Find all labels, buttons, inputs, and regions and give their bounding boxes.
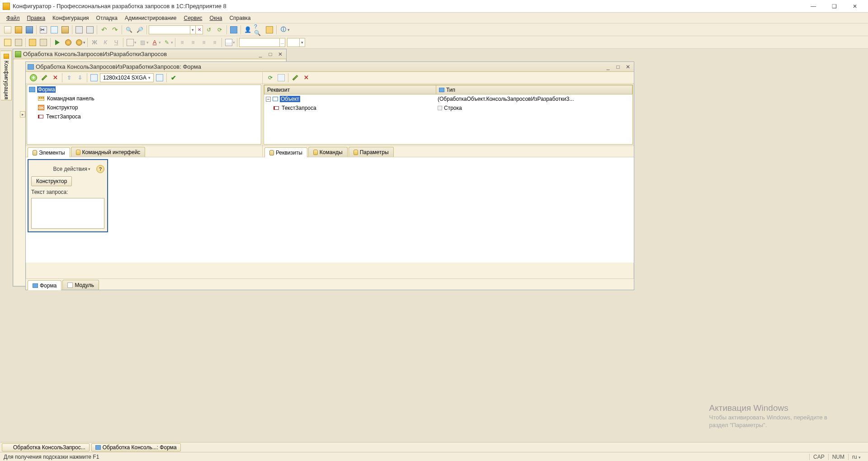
refresh-all-icon[interactable]: ⟳	[215, 25, 225, 35]
side-tab-configuration[interactable]: Конфигурация	[1, 51, 12, 100]
tab-module[interactable]: Модуль	[62, 280, 99, 290]
inner-close-button[interactable]: ✕	[624, 63, 632, 71]
add-element-button[interactable]	[28, 73, 38, 83]
open-button[interactable]	[14, 25, 24, 35]
menu-file[interactable]: Файл	[4, 14, 23, 22]
font-select[interactable]	[239, 38, 280, 47]
tree-node-constructor[interactable]: OK Конструктор	[27, 103, 261, 112]
highlight-button[interactable]: ✎	[162, 38, 172, 47]
run-globe1-icon[interactable]	[63, 38, 73, 47]
tree-node-form[interactable]: Форма	[27, 85, 261, 94]
cut-button[interactable]: ✂	[38, 25, 48, 35]
maximize-button[interactable]: ❏	[824, 0, 844, 13]
underline-button[interactable]: Ч	[111, 38, 121, 47]
paste-button[interactable]	[60, 25, 70, 35]
resolution-select[interactable]: 1280x1024 SXGA ▾	[100, 73, 154, 82]
inner-minimize-button[interactable]: _	[604, 63, 612, 71]
attr-row-object[interactable]: Объект (ОбработкаОбъект.КонсольЗапросовИ…	[264, 94, 632, 103]
run-dropdown-icon[interactable]: ▾	[83, 40, 85, 45]
search-dropdown[interactable]: ▾	[190, 25, 196, 34]
outer-close-button[interactable]: ✕	[276, 51, 284, 58]
table-button[interactable]	[224, 38, 234, 47]
undo-button[interactable]: ↶	[99, 25, 109, 35]
menu-help[interactable]: Справка	[226, 14, 253, 22]
run-globe2-icon[interactable]	[74, 38, 84, 47]
menu-edit[interactable]: Правка	[24, 14, 48, 22]
status-lang[interactable]: ru ▾	[848, 454, 864, 460]
find-next-button[interactable]: 🔎	[135, 25, 145, 35]
task-item-form[interactable]: Обработка Консоль...: Форма	[91, 443, 181, 452]
move-up-button[interactable]: ⇧	[64, 73, 74, 83]
tree-node-textquery[interactable]: ТекстЗапроса	[27, 112, 261, 121]
new-button[interactable]	[3, 25, 13, 35]
border-dd-icon[interactable]: ▾	[134, 40, 137, 45]
fill-button[interactable]: ▨	[137, 38, 147, 47]
print-button[interactable]	[74, 25, 84, 35]
tree-node-command-panel[interactable]: Командная панель	[27, 94, 261, 103]
tab-requisites[interactable]: Реквизиты	[264, 147, 307, 157]
search-clear[interactable]: ✕	[196, 25, 203, 34]
tab-parameters[interactable]: Параметры	[349, 147, 394, 157]
refresh-icon[interactable]: ↺	[204, 25, 214, 35]
delete-element-button[interactable]: ✕	[50, 73, 60, 83]
edit-attr-button[interactable]	[290, 73, 300, 83]
font-color-button[interactable]: А	[150, 38, 160, 47]
help-icon[interactable]: ?	[96, 165, 104, 173]
tab-form[interactable]: Форма	[28, 280, 61, 290]
hl-dd-icon[interactable]: ▾	[171, 40, 173, 45]
delete-attr-button[interactable]: ✕	[301, 73, 311, 83]
help-search-icon[interactable]: ?🔍	[254, 25, 264, 35]
find-button[interactable]: 🔍	[124, 25, 134, 35]
struct-icon[interactable]	[3, 38, 13, 47]
about-icon[interactable]: ⓘ	[278, 25, 288, 35]
font-dd-icon[interactable]: ...	[280, 38, 285, 47]
copy-button[interactable]	[49, 25, 59, 35]
copy-res-button[interactable]	[155, 73, 165, 83]
print-preview-button[interactable]	[85, 25, 95, 35]
align-left-button[interactable]: ≡	[177, 38, 187, 47]
outer-window-titlebar[interactable]: Обработка КонсольЗапросовИзРазработкиЗап…	[13, 49, 286, 59]
struct2-icon[interactable]	[14, 38, 24, 47]
outer-maximize-button[interactable]: □	[266, 51, 274, 58]
move-down-button[interactable]: ⇩	[75, 73, 85, 83]
calendar-icon[interactable]	[264, 25, 274, 35]
redo-button[interactable]: ↷	[110, 25, 120, 35]
tab-elements[interactable]: Элементы	[28, 147, 70, 157]
align-justify-button[interactable]: ≡	[210, 38, 220, 47]
align-center-button[interactable]: ≡	[188, 38, 198, 47]
tab-commands[interactable]: Команды	[308, 147, 348, 157]
panel2-icon[interactable]	[38, 38, 48, 47]
menu-service[interactable]: Сервис	[181, 14, 205, 22]
bold-button[interactable]: Ж	[90, 38, 99, 47]
syntax-assist-icon[interactable]: 👤	[243, 25, 253, 35]
elements-tree[interactable]: Форма Командная панель OK Конструктор	[27, 85, 261, 145]
fc-dd-icon[interactable]: ▾	[159, 40, 161, 45]
inner-maximize-button[interactable]: □	[614, 63, 622, 71]
fontsize-dd-icon[interactable]: ▾	[300, 38, 305, 47]
edit-element-button[interactable]	[39, 73, 49, 83]
menu-windows[interactable]: Окна	[207, 14, 225, 22]
minimize-button[interactable]: —	[803, 0, 824, 13]
textquery-input[interactable]	[31, 198, 104, 229]
table-dd-icon[interactable]: ▾	[233, 40, 235, 45]
tab-command-interface[interactable]: Командный интерфейс	[71, 147, 146, 157]
attr-row-textquery[interactable]: ТекстЗапроса Строка	[264, 103, 632, 113]
menu-debug[interactable]: Отладка	[94, 14, 120, 22]
panel1-icon[interactable]	[28, 38, 38, 47]
collapse-icon[interactable]	[266, 97, 271, 102]
copy-attr-button[interactable]	[276, 73, 286, 83]
border-button[interactable]	[125, 38, 135, 47]
align-right-button[interactable]: ≡	[199, 38, 209, 47]
search-input[interactable]	[149, 25, 190, 34]
panel-collapse-icon[interactable]: ▸	[20, 111, 25, 118]
form-preview[interactable]: Все действия ▾ ? Конструктор Текст запро…	[28, 159, 108, 232]
constructor-button[interactable]: Конструктор	[31, 176, 72, 186]
outer-minimize-button[interactable]: _	[256, 51, 264, 58]
fill-dd-icon[interactable]: ▾	[146, 40, 149, 45]
display-props-button[interactable]	[89, 73, 99, 83]
inner-window-titlebar[interactable]: Обработка КонсольЗапросовИзРазработкиЗап…	[26, 62, 634, 72]
all-actions-button[interactable]: Все действия ▾	[50, 165, 94, 174]
menu-admin[interactable]: Администрирование	[122, 14, 179, 22]
fontsize-select[interactable]	[287, 38, 300, 47]
italic-button[interactable]: К	[100, 38, 110, 47]
